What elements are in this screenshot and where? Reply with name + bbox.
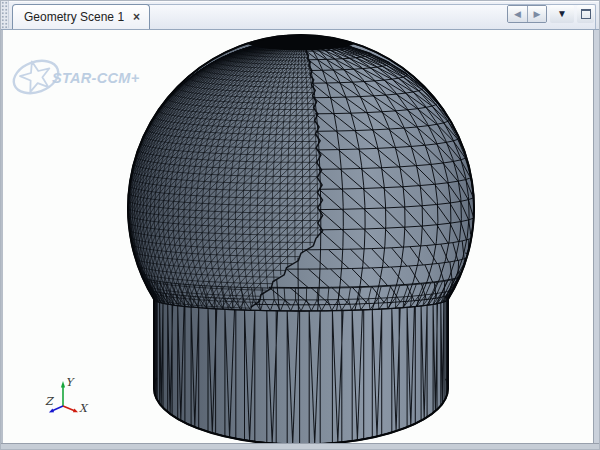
maximize-icon [581,9,591,19]
chevron-down-icon: ▼ [557,9,567,19]
tab-geometry-scene[interactable]: Geometry Scene 1 × [12,4,150,29]
mesh-body [3,30,594,443]
next-scene-button[interactable]: ▶ [527,6,546,22]
scene-list-dropdown-button[interactable]: ▼ [550,5,574,23]
left-arrow-icon: ◀ [514,10,521,19]
right-arrow-icon: ▶ [534,10,541,19]
scene-nav-group: ◀ ▶ [507,5,547,23]
previous-scene-button[interactable]: ◀ [508,6,527,22]
window-bottom-edge [1,443,599,450]
maximize-button[interactable] [577,5,594,23]
tab-drag-grip[interactable] [1,1,9,28]
scene-window: Geometry Scene 1 × ◀ ▶ ▼ STAR-CC [0,0,600,450]
tab-title: Geometry Scene 1 [24,10,124,24]
scene-controls: ◀ ▶ ▼ [507,5,594,23]
tab-close-icon[interactable]: × [133,11,140,23]
scene-viewport[interactable]: STAR-CCM+ Y X Z [1,30,594,443]
tab-bar: Geometry Scene 1 × ◀ ▶ ▼ [1,1,599,30]
